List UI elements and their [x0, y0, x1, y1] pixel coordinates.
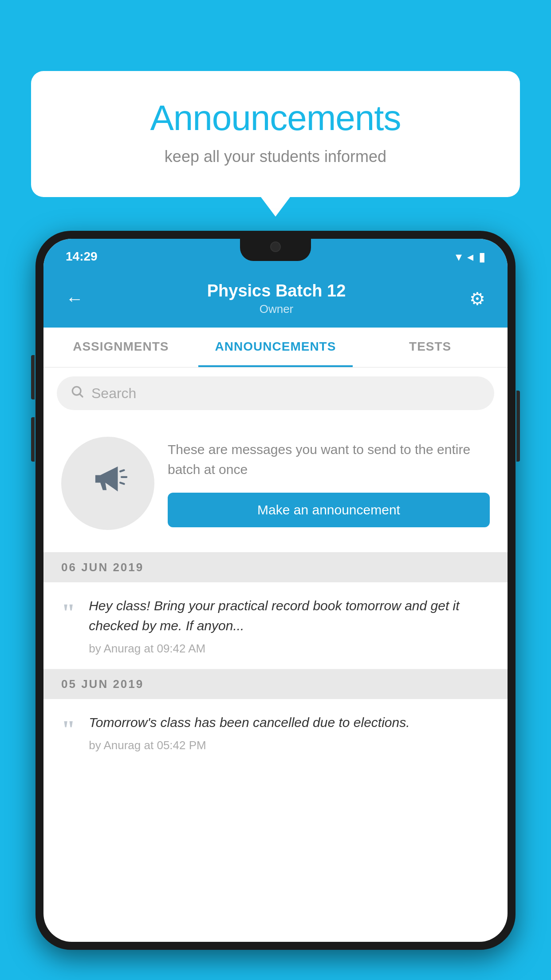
app-header: ← Physics Batch 12 Owner ⚙ — [43, 270, 508, 328]
promo-icon-circle — [61, 437, 154, 530]
announcement-text-2: Tomorrow's class has been cancelled due … — [89, 712, 490, 732]
tab-assignments[interactable]: ASSIGNMENTS — [43, 328, 198, 367]
status-icons: ▾ ◂ ▮ — [456, 249, 485, 264]
phone-outer: 14:29 ▾ ◂ ▮ ← Physics Batch 12 Owner ⚙ — [35, 231, 516, 950]
promo-description: These are messages you want to send to t… — [168, 439, 490, 479]
megaphone-icon — [88, 459, 128, 508]
announcement-content-1: Hey class! Bring your practical record b… — [89, 596, 490, 656]
settings-button[interactable]: ⚙ — [465, 284, 490, 313]
tab-announcements[interactable]: ANNOUNCEMENTS — [198, 328, 353, 367]
svg-line-1 — [80, 394, 83, 397]
phone-screen: 14:29 ▾ ◂ ▮ ← Physics Batch 12 Owner ⚙ — [43, 239, 508, 942]
header-subtitle: Owner — [207, 302, 346, 316]
speech-bubble-card: Announcements keep all your students inf… — [31, 71, 520, 197]
content-area: Search — [43, 368, 508, 766]
promo-card: These are messages you want to send to t… — [43, 419, 508, 553]
bubble-subtitle: keep all your students informed — [67, 147, 484, 166]
back-button[interactable]: ← — [61, 285, 88, 313]
announcement-meta-2: by Anurag at 05:42 PM — [89, 739, 490, 752]
phone-camera — [270, 241, 281, 252]
promo-right: These are messages you want to send to t… — [168, 439, 490, 527]
signal-icon: ◂ — [467, 249, 473, 264]
phone-wrapper: 14:29 ▾ ◂ ▮ ← Physics Batch 12 Owner ⚙ — [35, 231, 516, 980]
wifi-icon: ▾ — [456, 249, 462, 264]
status-time: 14:29 — [66, 249, 98, 264]
announcement-text-1: Hey class! Bring your practical record b… — [89, 596, 490, 636]
side-button-right — [516, 391, 520, 462]
search-icon — [70, 384, 84, 402]
tab-tests[interactable]: TESTS — [353, 328, 508, 367]
battery-icon: ▮ — [479, 249, 485, 264]
header-title: Physics Batch 12 — [207, 281, 346, 300]
announcement-item-2[interactable]: " Tomorrow's class has been cancelled du… — [43, 699, 508, 766]
announcement-content-2: Tomorrow's class has been cancelled due … — [89, 712, 490, 752]
search-placeholder: Search — [91, 385, 136, 402]
search-section: Search — [43, 368, 508, 419]
make-announcement-button[interactable]: Make an announcement — [168, 493, 490, 527]
date-separator-2: 05 JUN 2019 — [43, 669, 508, 699]
quote-icon-2: " — [61, 717, 75, 743]
announcement-meta-1: by Anurag at 09:42 AM — [89, 642, 490, 656]
search-input-wrap[interactable]: Search — [57, 376, 494, 410]
svg-line-4 — [120, 482, 124, 484]
tabs-bar: ASSIGNMENTS ANNOUNCEMENTS TESTS — [43, 328, 508, 368]
quote-icon-1: " — [61, 600, 75, 626]
side-button-left-bottom — [31, 417, 35, 462]
speech-bubble-section: Announcements keep all your students inf… — [31, 71, 520, 197]
date-separator-1: 06 JUN 2019 — [43, 553, 508, 582]
side-button-left-top — [31, 355, 35, 399]
header-center: Physics Batch 12 Owner — [207, 281, 346, 316]
announcement-item-1[interactable]: " Hey class! Bring your practical record… — [43, 582, 508, 669]
bubble-title: Announcements — [67, 98, 484, 138]
svg-line-2 — [120, 470, 124, 471]
